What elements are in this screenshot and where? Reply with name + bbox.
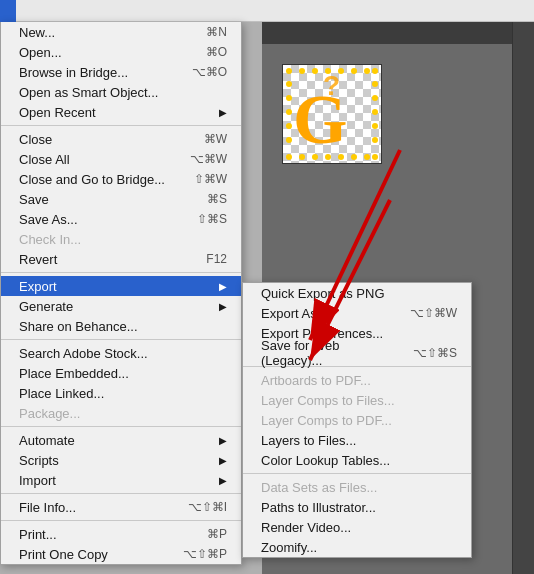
selection-dot (286, 95, 292, 101)
menu-item-file-info[interactable]: File Info... ⌥⇧⌘I (1, 497, 241, 517)
selection-dot (286, 154, 292, 160)
menu-item-check-in[interactable]: Check In... (1, 229, 241, 249)
menubar-item-file[interactable] (0, 0, 16, 22)
menu-item-import[interactable]: Import ▶ (1, 470, 241, 490)
selection-dot (299, 68, 305, 74)
selection-dot (372, 68, 378, 74)
submenu-item-data-sets-files[interactable]: Data Sets as Files... (243, 477, 471, 497)
menubar-item-edit[interactable] (16, 0, 32, 22)
menubar (0, 0, 534, 22)
g-canvas: G ? (282, 64, 382, 164)
menu-item-generate[interactable]: Generate ▶ (1, 296, 241, 316)
submenu-item-layer-comps-pdf[interactable]: Layer Comps to PDF... (243, 410, 471, 430)
separator-4 (1, 426, 241, 427)
menu-item-export[interactable]: Export ▶ (1, 276, 241, 296)
menu-item-new[interactable]: New... ⌘N (1, 22, 241, 42)
right-toolbar (512, 22, 534, 574)
selection-dot (286, 68, 292, 74)
selection-dot (286, 123, 292, 129)
g-question-mark: ? (323, 70, 340, 102)
selection-dot (286, 81, 292, 87)
selection-dot (372, 123, 378, 129)
file-dropdown-menu: New... ⌘N Open... ⌘O Browse in Bridge...… (0, 22, 242, 565)
selection-dot (351, 154, 357, 160)
export-submenu: Quick Export as PNG Export As... ⌥⇧⌘W Ex… (242, 282, 472, 558)
selection-dot (338, 68, 344, 74)
selection-dot (372, 95, 378, 101)
submenu-item-export-as[interactable]: Export As... ⌥⇧⌘W (243, 303, 471, 323)
submenu-item-save-for-web[interactable]: Save for Web (Legacy)... ⌥⇧⌘S (243, 343, 471, 363)
selection-dot (325, 68, 331, 74)
menu-item-close[interactable]: Close ⌘W (1, 129, 241, 149)
menubar-item-select[interactable] (80, 0, 96, 22)
selection-dot (372, 154, 378, 160)
menu-item-share-behance[interactable]: Share on Behance... (1, 316, 241, 336)
selection-dot (372, 81, 378, 87)
menu-item-search-adobe-stock[interactable]: Search Adobe Stock... (1, 343, 241, 363)
menu-item-close-go-bridge[interactable]: Close and Go to Bridge... ⇧⌘W (1, 169, 241, 189)
submenu-item-layers-to-files[interactable]: Layers to Files... (243, 430, 471, 450)
selection-dot (286, 137, 292, 143)
submenu-item-render-video[interactable]: Render Video... (243, 517, 471, 537)
selection-dot (364, 154, 370, 160)
menu-item-scripts[interactable]: Scripts ▶ (1, 450, 241, 470)
menubar-item-filter[interactable] (96, 0, 112, 22)
menu-item-revert[interactable]: Revert F12 (1, 249, 241, 269)
selection-dot (299, 154, 305, 160)
menubar-item-image[interactable] (32, 0, 48, 22)
submenu-item-zoomify[interactable]: Zoomify... (243, 537, 471, 557)
selection-dot (325, 154, 331, 160)
menu-item-save[interactable]: Save ⌘S (1, 189, 241, 209)
submenu-item-artboards-pdf[interactable]: Artboards to PDF... (243, 370, 471, 390)
menubar-item-layer[interactable] (48, 0, 64, 22)
menu-item-open-recent[interactable]: Open Recent ▶ (1, 102, 241, 122)
menu-item-browse-bridge[interactable]: Browse in Bridge... ⌥⌘O (1, 62, 241, 82)
menu-item-close-all[interactable]: Close All ⌥⌘W (1, 149, 241, 169)
selection-dot (338, 154, 344, 160)
menu-item-print[interactable]: Print... ⌘P (1, 524, 241, 544)
separator-1 (1, 125, 241, 126)
menubar-item-help[interactable] (160, 0, 176, 22)
menubar-item-type[interactable] (64, 0, 80, 22)
selection-dot (372, 137, 378, 143)
menu-item-open-smart-object[interactable]: Open as Smart Object... (1, 82, 241, 102)
menu-item-place-linked[interactable]: Place Linked... (1, 383, 241, 403)
menu-item-save-as[interactable]: Save As... ⇧⌘S (1, 209, 241, 229)
selection-dot (312, 68, 318, 74)
separator-2 (1, 272, 241, 273)
submenu-item-layer-comps-files[interactable]: Layer Comps to Files... (243, 390, 471, 410)
submenu-item-quick-export-png[interactable]: Quick Export as PNG (243, 283, 471, 303)
separator-6 (1, 520, 241, 521)
menubar-item-3d[interactable] (112, 0, 128, 22)
menu-item-open[interactable]: Open... ⌘O (1, 42, 241, 62)
menu-item-package[interactable]: Package... (1, 403, 241, 423)
canvas-titlebar (262, 22, 534, 44)
menu-item-place-embedded[interactable]: Place Embedded... (1, 363, 241, 383)
submenu-item-color-lookup-tables[interactable]: Color Lookup Tables... (243, 450, 471, 470)
selection-dot (364, 68, 370, 74)
separator-3 (1, 339, 241, 340)
selection-dot (286, 109, 292, 115)
submenu-separator-2 (243, 473, 471, 474)
menubar-item-view[interactable] (128, 0, 144, 22)
menubar-item-window[interactable] (144, 0, 160, 22)
selection-dot (372, 109, 378, 115)
separator-5 (1, 493, 241, 494)
selection-dot (312, 154, 318, 160)
submenu-item-paths-illustrator[interactable]: Paths to Illustrator... (243, 497, 471, 517)
menu-item-print-one-copy[interactable]: Print One Copy ⌥⇧⌘P (1, 544, 241, 564)
menu-item-automate[interactable]: Automate ▶ (1, 430, 241, 450)
selection-dot (351, 68, 357, 74)
